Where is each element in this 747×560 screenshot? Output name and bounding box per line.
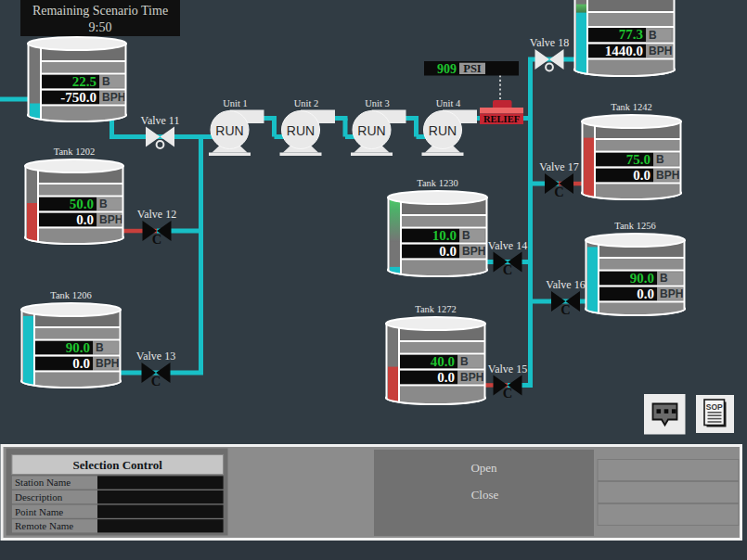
- svg-text:50.0: 50.0: [70, 197, 94, 211]
- svg-text:Station Name: Station Name: [15, 477, 71, 488]
- svg-text:-750.0: -750.0: [60, 90, 97, 105]
- svg-text:Unit 1: Unit 1: [223, 98, 248, 108]
- svg-text:B: B: [99, 197, 108, 210]
- svg-text:RELIEF: RELIEF: [483, 114, 520, 124]
- svg-text:Valve 17: Valve 17: [539, 160, 578, 173]
- svg-text:BPH: BPH: [102, 91, 125, 104]
- svg-text:Tank 1230: Tank 1230: [417, 178, 457, 188]
- svg-text:B: B: [96, 341, 104, 354]
- svg-text:Close: Close: [471, 488, 499, 502]
- svg-text:Tank 1242: Tank 1242: [611, 102, 651, 112]
- svg-text:BPH: BPH: [462, 245, 485, 258]
- svg-text:RUN: RUN: [357, 123, 385, 138]
- svg-text:1440.0: 1440.0: [605, 44, 643, 58]
- svg-text:Unit 2: Unit 2: [294, 98, 319, 108]
- svg-text:Valve 15: Valve 15: [488, 363, 527, 375]
- svg-text:B: B: [656, 153, 664, 166]
- svg-text:Unit 4: Unit 4: [436, 98, 461, 108]
- svg-text:Valve 18: Valve 18: [530, 36, 569, 49]
- svg-text:B: B: [462, 229, 470, 242]
- svg-text:B: B: [660, 272, 668, 285]
- svg-text:SOP: SOP: [706, 402, 723, 412]
- svg-text:0.0: 0.0: [633, 168, 650, 183]
- svg-text:Point Name: Point Name: [15, 506, 63, 517]
- svg-text:Valve 13: Valve 13: [136, 350, 175, 363]
- svg-text:Valve 14: Valve 14: [488, 239, 527, 252]
- svg-text:B: B: [102, 75, 110, 88]
- svg-text:RUN: RUN: [215, 123, 243, 138]
- svg-text:BPH: BPH: [656, 169, 679, 182]
- svg-text:B: B: [460, 355, 469, 368]
- svg-text:Valve 12: Valve 12: [137, 208, 176, 221]
- svg-text:90.0: 90.0: [630, 271, 654, 286]
- svg-text:22.5: 22.5: [72, 74, 97, 89]
- svg-text:BPH: BPH: [99, 213, 122, 226]
- svg-text:40.0: 40.0: [431, 354, 455, 369]
- svg-text:BPH: BPH: [460, 371, 483, 384]
- svg-text:75.0: 75.0: [626, 152, 650, 167]
- svg-text:Tank 1272: Tank 1272: [415, 304, 456, 314]
- svg-text:Unit 3: Unit 3: [365, 98, 390, 108]
- svg-text:BPH: BPH: [96, 357, 119, 370]
- svg-text:Remaining Scenario Time: Remaining Scenario Time: [32, 4, 168, 18]
- svg-text:90.0: 90.0: [66, 340, 90, 355]
- svg-text:0.0: 0.0: [437, 370, 455, 385]
- svg-text:0.0: 0.0: [439, 244, 457, 259]
- svg-text:Tank 1206: Tank 1206: [50, 290, 91, 300]
- svg-text:0.0: 0.0: [72, 356, 90, 371]
- svg-text:0.0: 0.0: [637, 286, 654, 301]
- svg-text:C: C: [560, 302, 570, 317]
- svg-text:RUN: RUN: [287, 123, 315, 138]
- svg-text:909: 909: [437, 62, 457, 76]
- svg-text:Valve 16: Valve 16: [546, 278, 585, 291]
- svg-text:77.3: 77.3: [619, 27, 643, 42]
- svg-text:PSI: PSI: [463, 62, 482, 75]
- svg-text:10.0: 10.0: [432, 228, 457, 243]
- svg-text:Open: Open: [470, 461, 497, 475]
- svg-text:Tank 1202: Tank 1202: [54, 146, 95, 157]
- svg-text:Tank 1256: Tank 1256: [614, 221, 655, 231]
- svg-text:BPH: BPH: [649, 45, 672, 57]
- svg-text:C: C: [151, 374, 161, 388]
- svg-text:BPH: BPH: [660, 287, 683, 300]
- svg-text:Description: Description: [15, 491, 63, 503]
- svg-text:C: C: [152, 232, 161, 247]
- svg-text:0.0: 0.0: [76, 212, 94, 227]
- svg-text:9:50: 9:50: [89, 20, 112, 34]
- svg-text:C: C: [503, 262, 512, 277]
- svg-text:Valve 11: Valve 11: [141, 114, 180, 127]
- svg-text:Selection Control: Selection Control: [73, 458, 163, 472]
- svg-text:C: C: [554, 185, 563, 199]
- svg-text:Remote Name: Remote Name: [15, 520, 73, 531]
- svg-text:C: C: [503, 386, 512, 401]
- svg-text:B: B: [649, 29, 657, 42]
- svg-text:RUN: RUN: [429, 123, 457, 138]
